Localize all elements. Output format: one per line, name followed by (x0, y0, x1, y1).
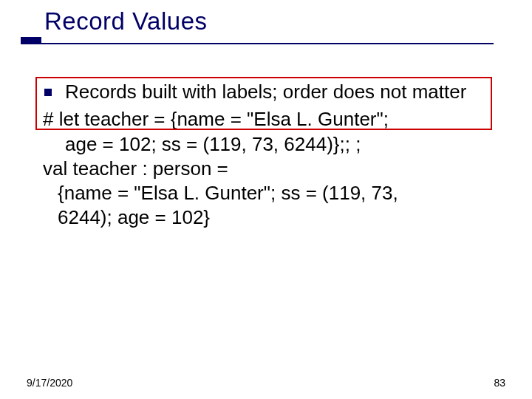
footer-page-number: 83 (494, 377, 505, 389)
code-line-1a: # let teacher = {name = "Elsa L. Gunter"… (43, 107, 502, 132)
title-area: Record Values (44, 7, 502, 35)
code-block: # let teacher = {name = "Elsa L. Gunter"… (43, 107, 502, 230)
code-line-2a: val teacher : person = (43, 157, 502, 181)
bullet-square-icon (44, 89, 52, 96)
slide: Record Values Records built with labels;… (0, 0, 532, 399)
body-content: Records built with labels; order does no… (43, 80, 502, 231)
slide-title: Record Values (44, 7, 502, 35)
code-line-2b: {name = "Elsa L. Gunter"; ss = (119, 73, (43, 181, 502, 205)
title-underline (21, 43, 494, 44)
bullet-text: Records built with labels; order does no… (65, 81, 466, 103)
title-accent-block (21, 37, 41, 43)
code-line-1b: age = 102; ss = (119, 73, 6244)};; ; (43, 132, 502, 157)
bullet-item: Records built with labels; order does no… (43, 80, 502, 104)
footer-date: 9/17/2020 (27, 377, 72, 389)
code-line-2c: 6244); age = 102} (43, 205, 502, 230)
